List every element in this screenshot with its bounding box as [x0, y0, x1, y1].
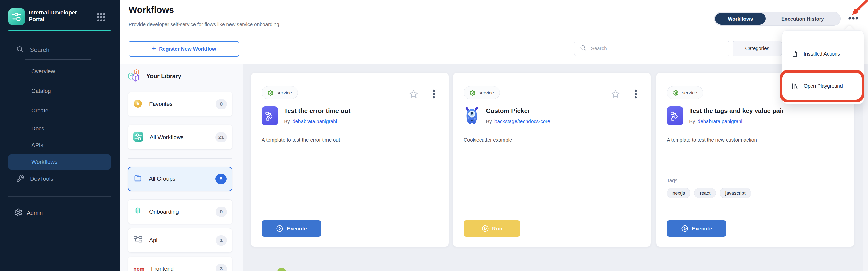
- categories-dropdown[interactable]: Categories: [733, 41, 782, 56]
- by-label: By: [486, 118, 492, 125]
- tag-pill: react: [694, 188, 716, 198]
- vertical-scrollbar[interactable]: [863, 64, 868, 271]
- sidebar-item-catalog[interactable]: Catalog: [8, 87, 111, 95]
- sidebar: Internal Developer Portal Search Overvie…: [0, 0, 120, 271]
- ellipsis-icon: [848, 15, 859, 22]
- library-item-label: Frontend: [151, 266, 209, 271]
- sidebar-item-devtools-label: DevTools: [25, 176, 53, 182]
- search-input[interactable]: [590, 45, 724, 52]
- execute-button[interactable]: Execute: [667, 221, 726, 237]
- favorite-star-icon[interactable]: [611, 89, 620, 100]
- count-badge: 21: [215, 132, 227, 142]
- workflow-description: A template to test the error time out: [261, 137, 437, 143]
- workflow-title: Test the error time out: [284, 107, 350, 114]
- sidebar-item-workflows[interactable]: Workflows: [8, 154, 111, 170]
- sidebar-search-label: Search: [30, 46, 50, 54]
- run-label: Run: [492, 226, 502, 232]
- search-underline: [25, 59, 91, 60]
- template-icon: [667, 106, 683, 125]
- sidebar-item-docs[interactable]: Docs: [8, 124, 111, 133]
- app-window: Internal Developer Portal Search Overvie…: [0, 0, 868, 271]
- favorite-star-icon[interactable]: [409, 89, 418, 100]
- library-header: Your Library: [128, 68, 181, 84]
- brand-divider: [8, 30, 111, 31]
- library-item-onboarding[interactable]: Onboarding 0: [128, 199, 232, 224]
- sidebar-item-apis[interactable]: APIs: [8, 141, 111, 150]
- library-title: Your Library: [146, 73, 181, 80]
- tags-label: Tags: [667, 178, 677, 183]
- gear-icon: [14, 208, 23, 218]
- plus-icon: +: [152, 44, 156, 53]
- kind-chip-label: service: [682, 90, 697, 96]
- sidebar-item-admin-label: Admin: [27, 209, 43, 216]
- author-link[interactable]: debabrata.panigrahi: [698, 118, 742, 125]
- overflow-menu: Installed Actions Open Playground: [782, 30, 864, 104]
- library-item-label: Api: [149, 237, 209, 244]
- register-new-workflow-button[interactable]: + Register New Workflow: [129, 41, 239, 57]
- library-item-all-groups[interactable]: All Groups 5: [128, 167, 232, 191]
- gear-icon: [268, 90, 274, 96]
- library-icon: [791, 82, 798, 90]
- layers-icon: [133, 207, 143, 217]
- view-toggle: Workflows Execution History: [714, 12, 841, 26]
- folder-icon: [133, 174, 142, 184]
- card-menu-icon[interactable]: [432, 89, 435, 100]
- sidebar-search[interactable]: Search: [16, 44, 101, 56]
- overflow-menu-button[interactable]: [847, 14, 859, 22]
- page-subtitle: Provide developer self-service for flows…: [129, 22, 281, 28]
- brand-title: Internal Developer Portal: [29, 9, 93, 23]
- kind-chip: service: [667, 86, 703, 99]
- search-icon: [16, 45, 24, 55]
- sidebar-item-devtools[interactable]: DevTools: [8, 174, 111, 184]
- play-icon: [276, 225, 283, 232]
- execute-button[interactable]: Execute: [261, 221, 321, 237]
- tab-workflows[interactable]: Workflows: [715, 13, 766, 25]
- run-button[interactable]: Run: [464, 221, 520, 237]
- author-link[interactable]: debabrata.panigrahi: [292, 118, 337, 125]
- sidebar-divider: [8, 197, 111, 197]
- author-link[interactable]: backstage/techdocs-core: [494, 118, 550, 125]
- workflow-title: Custom Picker: [486, 107, 530, 114]
- menu-item-label: Installed Actions: [804, 51, 840, 57]
- menu-item-installed-actions[interactable]: Installed Actions: [782, 45, 864, 63]
- kind-chip: service: [464, 86, 500, 99]
- tag-pill: javascript: [719, 188, 751, 198]
- kind-chip-label: service: [478, 90, 494, 96]
- sidebar-item-create[interactable]: Create: [8, 106, 111, 115]
- workflow-card: service Test the error time out By debab…: [251, 72, 449, 247]
- tag-pill: nextjs: [667, 188, 690, 198]
- library-divider: [128, 158, 232, 159]
- workflow-title: Test the tags and key value pair: [689, 107, 784, 114]
- template-icon: [261, 106, 278, 125]
- monster-icon: [464, 106, 480, 125]
- gear-icon: [673, 90, 679, 96]
- play-icon: [681, 225, 689, 232]
- library-item-api[interactable]: Api 1: [128, 228, 232, 253]
- sidebar-item-overview[interactable]: Overview: [8, 67, 111, 76]
- library-item-label: All Groups: [149, 176, 209, 182]
- library-item-frontend[interactable]: npm Frontend 3: [128, 257, 232, 271]
- library-item-label: All Workflows: [150, 134, 209, 141]
- by-label: By: [284, 118, 290, 125]
- library-item-all-workflows[interactable]: All Workflows 21: [128, 125, 232, 150]
- register-new-workflow-label: Register New Workflow: [159, 46, 216, 52]
- execute-label: Execute: [287, 226, 307, 232]
- cubes-icon: [128, 69, 141, 83]
- execute-label: Execute: [692, 226, 712, 232]
- brand-logo-icon[interactable]: [8, 8, 25, 25]
- count-badge: 0: [216, 207, 227, 217]
- search-icon: [580, 44, 587, 53]
- sidebar-item-admin[interactable]: Admin: [14, 208, 101, 218]
- by-label: By: [689, 118, 695, 125]
- library-item-label: Favorites: [149, 101, 209, 107]
- kind-chip: service: [261, 86, 298, 99]
- categories-label: Categories: [745, 45, 769, 52]
- tab-execution-history[interactable]: Execution History: [766, 16, 840, 22]
- npm-logo: npm: [133, 266, 144, 271]
- document-icon: [791, 50, 798, 57]
- app-grid-icon[interactable]: [96, 12, 106, 23]
- menu-item-open-playground[interactable]: Open Playground: [782, 77, 864, 95]
- card-menu-icon[interactable]: [634, 89, 637, 100]
- library-item-favorites[interactable]: Favorites 0: [128, 92, 232, 116]
- tags-row: nextjs react javascript: [667, 188, 751, 198]
